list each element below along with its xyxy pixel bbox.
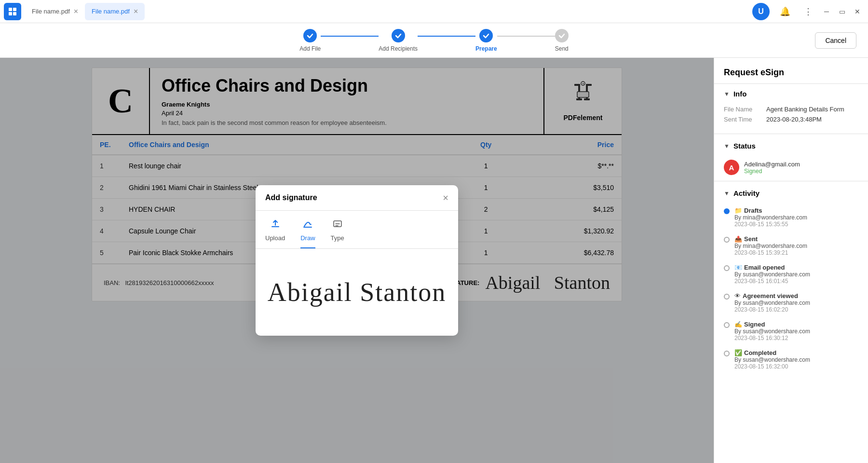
- info-section-content: File Name Agent Banking Details Form Sen…: [714, 104, 868, 132]
- status-chevron-icon: ▼: [724, 143, 730, 150]
- activity-by-0: By mina@wondershare.com: [734, 214, 807, 221]
- window-controls: ─ ▭ ✕: [820, 5, 864, 18]
- activity-icon-1: 📤: [734, 235, 742, 243]
- activity-icon-0: 📁: [734, 207, 742, 214]
- activity-section-header[interactable]: ▼ Activity: [714, 183, 868, 203]
- modal-header: Add signature ×: [256, 185, 458, 211]
- right-panel: Request eSign ▼ Info File Name Agent Ban…: [714, 58, 868, 463]
- status-item-0: A Adelina@gmail.com Signed: [714, 156, 868, 179]
- maximize-button[interactable]: ▭: [835, 5, 849, 18]
- activity-title-3: Agreement viewed: [743, 292, 798, 300]
- activity-title-2: Email opened: [744, 264, 785, 271]
- info-section-label: Info: [733, 90, 747, 98]
- activity-by-3: By susan@wondershare.com: [734, 300, 810, 306]
- svg-rect-2: [9, 12, 12, 15]
- step3-circle: [479, 29, 493, 42]
- tab2-label: File name.pdf: [92, 8, 130, 15]
- activity-item-4: ✍ Signed By susan@wondershare.com 2023-0…: [724, 321, 858, 341]
- modal-close-button[interactable]: ×: [443, 193, 448, 203]
- upload-tab-label: Upload: [265, 234, 285, 242]
- modal-tab-type[interactable]: Type: [331, 218, 344, 248]
- status-email: Adelina@gmail.com: [744, 161, 800, 168]
- activity-dot-5: [724, 351, 730, 356]
- modal-tabs: Upload Draw: [256, 211, 458, 249]
- draw-tab-label: Draw: [300, 234, 315, 242]
- activity-icon-5: ✅: [734, 349, 742, 356]
- step-add-recipients: Add Recipients: [379, 29, 418, 52]
- activity-item-2: 📧 Email opened By susan@wondershare.com …: [724, 264, 858, 285]
- stepper-bar: Add File Add Recipients Prepare Send Can…: [0, 23, 868, 58]
- divider-2: [714, 181, 868, 181]
- activity-content-5: ✅ Completed By susan@wondershare.com 202…: [734, 349, 810, 370]
- step4-label: Send: [555, 45, 569, 52]
- file-name-value: Agent Banking Details Form: [766, 106, 858, 113]
- draw-icon: [302, 218, 313, 232]
- activity-item-5: ✅ Completed By susan@wondershare.com 202…: [724, 349, 858, 370]
- user-avatar[interactable]: U: [752, 3, 770, 20]
- modal-title: Add signature: [265, 193, 317, 202]
- modal-tab-upload[interactable]: Upload: [265, 218, 285, 248]
- activity-content-0: 📁 Drafts By mina@wondershare.com 2023-08…: [734, 207, 807, 228]
- tab-file2[interactable]: File name.pdf ×: [85, 3, 145, 20]
- tab2-close[interactable]: ×: [134, 8, 138, 15]
- activity-chevron-icon: ▼: [724, 190, 730, 197]
- minimize-button[interactable]: ─: [820, 5, 833, 18]
- status-signed: Signed: [744, 168, 800, 175]
- activity-content-4: ✍ Signed By susan@wondershare.com 2023-0…: [734, 321, 810, 341]
- activity-content-1: 📤 Sent By mina@wondershare.com 2023-08-1…: [734, 235, 807, 256]
- signature-preview: Abigail Stanton: [268, 277, 446, 307]
- activity-title-4: Signed: [744, 321, 765, 328]
- activity-dot-4: [724, 322, 730, 328]
- activity-content-2: 📧 Email opened By susan@wondershare.com …: [734, 264, 810, 285]
- close-button[interactable]: ✕: [851, 5, 864, 18]
- status-section-label: Status: [733, 142, 756, 150]
- file-name-label: File Name: [724, 106, 762, 113]
- activity-item-0: 📁 Drafts By mina@wondershare.com 2023-08…: [724, 207, 858, 228]
- activity-section-label: Activity: [733, 189, 760, 197]
- activity-by-5: By susan@wondershare.com: [734, 356, 810, 363]
- step4-circle: [555, 29, 569, 42]
- type-tab-label: Type: [331, 234, 344, 242]
- step-prepare: Prepare: [475, 29, 497, 52]
- activity-icon-2: 📧: [734, 264, 742, 271]
- document-area: C Office Chairs and Design Graeme Knight…: [0, 58, 714, 463]
- app-logo[interactable]: [4, 3, 21, 20]
- sent-time-row: Sent Time 2023-08-20,3:48PM: [724, 116, 858, 123]
- activity-time-3: 2023-08-15 16:02:20: [734, 306, 810, 313]
- activity-title-0: Drafts: [744, 207, 762, 214]
- modal-tab-draw[interactable]: Draw: [300, 218, 315, 248]
- step-line-2: [418, 36, 475, 37]
- activity-time-4: 2023-08-15 16:30:12: [734, 335, 810, 341]
- activity-dot-2: [724, 265, 730, 271]
- activity-icon-4: ✍: [734, 321, 742, 328]
- activity-item-3: 👁 Agreement viewed By susan@wondershare.…: [724, 292, 858, 313]
- notification-icon[interactable]: 🔔: [777, 4, 793, 19]
- type-icon: [332, 218, 343, 232]
- step-line-1: [321, 36, 379, 37]
- activity-by-2: By susan@wondershare.com: [734, 271, 810, 278]
- step3-label: Prepare: [475, 45, 497, 52]
- activity-icon-3: 👁: [734, 292, 741, 300]
- sent-time-label: Sent Time: [724, 116, 762, 123]
- tab1-close[interactable]: ×: [74, 8, 78, 15]
- main-area: C Office Chairs and Design Graeme Knight…: [0, 58, 868, 463]
- activity-time-1: 2023-08-15 15:39:21: [734, 249, 807, 256]
- panel-title: Request eSign: [714, 58, 868, 84]
- activity-title-5: Completed: [744, 349, 776, 356]
- step-add-file: Add File: [299, 29, 321, 52]
- info-section-header[interactable]: ▼ Info: [714, 84, 868, 104]
- activity-time-2: 2023-08-15 16:01:45: [734, 278, 810, 285]
- activity-by-1: By mina@wondershare.com: [734, 243, 807, 249]
- tab-file1[interactable]: File name.pdf ×: [25, 3, 85, 20]
- activity-time-0: 2023-08-15 15:35:55: [734, 221, 807, 228]
- status-section-header[interactable]: ▼ Status: [714, 136, 868, 156]
- modal-body: Abigail Stanton: [256, 249, 458, 336]
- modal-overlay: Add signature × Upload: [0, 58, 714, 463]
- status-info: Adelina@gmail.com Signed: [744, 161, 800, 175]
- activity-dot-1: [724, 237, 730, 243]
- cancel-button[interactable]: Cancel: [815, 32, 856, 49]
- activity-dot-3: [724, 294, 730, 300]
- svg-rect-1: [13, 8, 16, 11]
- titlebar: File name.pdf × File name.pdf × U 🔔 ⋮ ─ …: [0, 0, 868, 23]
- more-options-icon[interactable]: ⋮: [800, 4, 816, 19]
